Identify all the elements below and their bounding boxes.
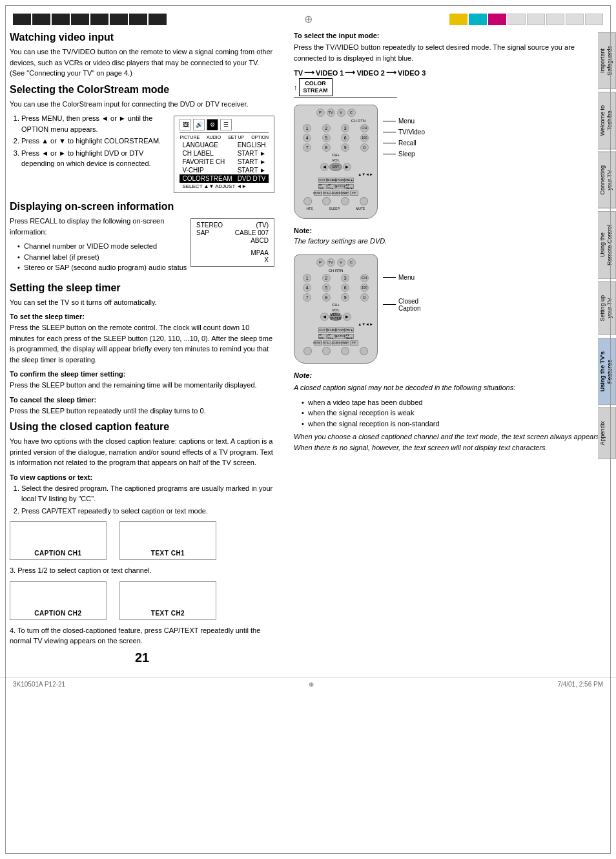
rs1-func-row2: PP OFF PP CH▲ CAP/TEXT 1/2 FAV▼	[298, 184, 373, 189]
note2-extra: When you choose a closed captioned chann…	[294, 431, 606, 453]
rs1-vol-btns: ◄ ENT ►	[320, 163, 351, 171]
rs1-still: STILL	[323, 191, 331, 196]
rs1-label-row2: HTS SLEEP MUTE	[298, 207, 373, 211]
menu-row-colorstream-label: COLORSTREAM	[180, 174, 234, 183]
osd-cable: CABLE 007	[235, 229, 269, 236]
colorstream-flow-diagram: TV ⟶ VIDEO 1 ⟶ VIDEO 2 ⟶ VIDEO 3 ↑ COLOR…	[294, 68, 606, 98]
rs1-cable: C	[347, 109, 356, 117]
caption-ch2-label: CAPTION CH2	[34, 610, 81, 617]
heading-onscreen: Displaying on-screen information	[10, 201, 274, 212]
menu-tab-picture: PICTURE	[180, 135, 200, 140]
remote-2: P TV V C CH RTN 1 2 3 CH 4	[294, 254, 378, 364]
rs2-bc1	[303, 347, 312, 355]
watching-video-body: You can use the TV/VIDEO button on the r…	[10, 47, 274, 79]
caption-ch1-box: CAPTION CH1	[10, 521, 107, 560]
rs2-bc3	[341, 347, 349, 355]
section-onscreen: Displaying on-screen information STEREO …	[10, 201, 274, 277]
tab-remote-control[interactable]: Using theRemote Control	[598, 211, 616, 279]
section-sleep-timer: Setting the sleep timer You can set the …	[10, 282, 274, 417]
rs2-top-buttons: P TV V C	[298, 258, 373, 267]
menu-row-language-value: ENGLISH	[235, 141, 269, 149]
rs2-vol-label: VOL	[332, 308, 340, 312]
bottom-right-text: 7/4/01, 2:56 PM	[557, 681, 603, 688]
tab-welcome-toshiba[interactable]: Welcome toToshiba	[598, 92, 616, 149]
sleep-sub1-heading: To set the sleep timer:	[10, 313, 274, 320]
rs2-num-5: 5	[322, 284, 331, 292]
rs2-vol-row: VOL ◄ MENUENTER ►	[298, 308, 373, 321]
color-block-white2	[527, 14, 545, 25]
rs2-num-3: 3	[341, 274, 349, 282]
section-watching-video: Watching video input You can use the TV/…	[10, 32, 274, 79]
menu-row-favch-value: START ►	[235, 158, 269, 166]
section-select-input: To select the input mode: Press the TV/V…	[294, 32, 606, 453]
menu-table: LANGUAGEENGLISH CH LABELSTART ► FAVORITE…	[180, 141, 269, 190]
tab-important-safeguards[interactable]: ImportantSafeguards	[598, 32, 616, 89]
tab-connecting-tv[interactable]: Connectingyour TV	[598, 152, 616, 209]
rs1-tv: TV	[327, 109, 335, 117]
label-recall: Recall	[383, 140, 425, 147]
label-cc-text: ClosedCaption	[398, 298, 420, 312]
cs-diagram-row: TV ⟶ VIDEO 1 ⟶ VIDEO 2 ⟶ VIDEO 3	[294, 68, 606, 77]
note2-body: A closed caption signal may not be decod…	[294, 382, 606, 393]
onscreen-bullet-2: Channel label (if preset)	[17, 252, 274, 263]
rs1-top-left: P TV V C	[316, 109, 356, 117]
rs2-row3-btns: RESET STILL LOCATE SWAP PIP	[314, 340, 358, 346]
rs1-vol: VOL ◄ ENT ►	[320, 158, 351, 171]
tab-setting-up[interactable]: Setting upyour TV	[598, 282, 616, 335]
menu-icon-picture: 🖼	[180, 119, 191, 130]
rs1-hts: HTS	[307, 207, 313, 211]
label-sleep-text: Sleep	[398, 150, 415, 158]
rs1-power: P	[316, 109, 325, 117]
label-dash-menu-2	[383, 277, 396, 278]
heading-watching-video: Watching video input	[10, 32, 274, 43]
note2-bullet-3: when the signal reception is non-standar…	[302, 419, 606, 430]
cs-return-arrow-symbol: ↑	[294, 83, 298, 91]
osd-row-2: SAP CABLE 007	[196, 229, 269, 236]
color-block-1	[13, 14, 31, 25]
osd-row-1: STEREO (TV)	[196, 222, 269, 229]
color-block-5	[90, 14, 108, 25]
rs1-bottom-row: RESET STILL LOCATE SWAP PIP	[314, 191, 358, 196]
rs1-bottom-circles	[298, 197, 373, 205]
colorstream-body: You can use the ColorStream input for co…	[10, 99, 274, 110]
rs1-label-chrtn: CH RTN	[351, 119, 366, 123]
rs2-vol-down: ◄	[320, 313, 329, 321]
label-sleep: Sleep	[383, 150, 425, 158]
remote-1: P TV V C CH RTN 1 2	[294, 105, 378, 219]
rs2-label-chrtn: CH RTN	[329, 269, 344, 273]
label-tv-video: TV/Video	[383, 129, 425, 136]
menu-icon-option: ☰	[220, 119, 232, 130]
cs-video3: VIDEO 3	[398, 69, 426, 77]
caption-ch2-box: CAPTION CH2	[10, 581, 107, 620]
rs1-num-0: 0	[360, 143, 369, 152]
color-block-white5	[585, 14, 603, 25]
rs1-vol-label: VOL	[332, 158, 340, 162]
rs2-reset: RESET	[314, 340, 322, 346]
label-closed-caption: ClosedCaption	[383, 298, 420, 312]
rs1-num-ch: CH	[360, 124, 369, 132]
rs2-num-9: 9	[341, 293, 349, 302]
rs2-label-row: CH RTN	[298, 269, 373, 273]
rs2-bc4	[360, 347, 368, 355]
cc-step-3: 3. Press 1/2 to select caption or text c…	[10, 565, 274, 576]
label-menu-2: Menu	[383, 274, 420, 281]
rs1-arrows: ▲▼◄►	[298, 172, 373, 176]
cc-step-4: 4. To turn off the closed-captioned feat…	[10, 625, 274, 647]
color-block-6	[110, 14, 128, 25]
note2-header: Note:	[294, 370, 606, 381]
menu-row-select: SELECT ▲▼ ADJUST ◄►	[180, 183, 269, 190]
rs2-still: STILL	[323, 340, 331, 346]
rs2-vol-up: ►	[343, 313, 351, 321]
rs1-enter: ENT	[329, 163, 342, 171]
rs2-enter: MENUENTER	[329, 313, 342, 321]
osd-tv: (TV)	[256, 222, 269, 229]
onscreen-bullets: Channel number or VIDEO mode selected Ch…	[10, 241, 274, 273]
heading-closed-caption: Using the closed caption feature	[10, 421, 274, 433]
rs2-num-0: 0	[360, 293, 369, 302]
rs2-exit: EXIT	[318, 327, 327, 333]
remote-1-labels: Menu TV/Video Recall Sleep	[378, 118, 425, 161]
rs1-label-row: CH RTN	[298, 119, 373, 123]
note1-body: The factory settings are DVD.	[294, 237, 387, 245]
rs1-reset: RESET	[314, 191, 322, 196]
tab-tv-features[interactable]: Using the TV'sFeatures	[598, 338, 616, 405]
